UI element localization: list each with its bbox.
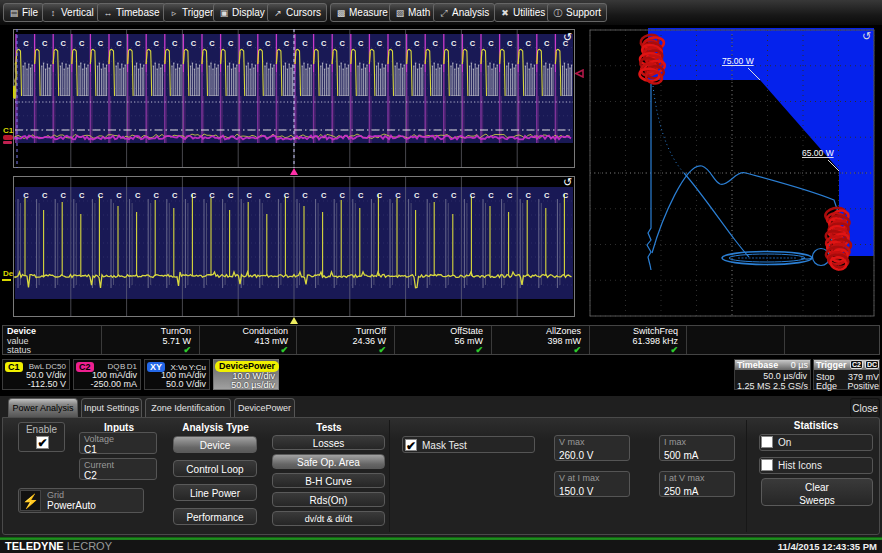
svg-text:C: C (135, 191, 141, 200)
svg-text:C: C (302, 191, 308, 200)
svg-text:C: C (377, 39, 383, 48)
svg-text:C: C (42, 39, 48, 48)
svg-text:C: C (265, 39, 271, 48)
svg-text:C: C (284, 39, 290, 48)
svg-text:C: C (79, 39, 85, 48)
svg-text:C: C (470, 39, 476, 48)
svg-text:C: C (191, 191, 197, 200)
svg-text:C: C (79, 191, 85, 200)
svg-text:C: C (302, 39, 308, 48)
svg-text:C: C (23, 191, 29, 200)
svg-text:C: C (451, 39, 457, 48)
svg-text:↺: ↺ (563, 31, 572, 43)
svg-text:65.00 W: 65.00 W (802, 148, 834, 158)
svg-text:C: C (563, 191, 569, 200)
svg-text:C: C (358, 191, 364, 200)
svg-text:C: C (246, 39, 252, 48)
svg-text:C: C (265, 191, 271, 200)
svg-text:C: C (135, 39, 141, 48)
svg-text:C: C (246, 191, 252, 200)
svg-text:C: C (153, 39, 159, 48)
svg-text:C: C (432, 191, 438, 200)
svg-text:C: C (414, 39, 420, 48)
svg-text:C: C (525, 191, 531, 200)
svg-text:C: C (228, 39, 234, 48)
svg-text:C: C (395, 191, 401, 200)
svg-text:C: C (228, 191, 234, 200)
svg-text:C: C (414, 191, 420, 200)
svg-text:C: C (451, 191, 457, 200)
svg-text:C: C (191, 39, 197, 48)
svg-text:C: C (209, 39, 215, 48)
svg-text:C: C (23, 39, 29, 48)
svg-text:75.00 W: 75.00 W (722, 56, 754, 66)
svg-text:C: C (544, 39, 550, 48)
svg-text:↺: ↺ (563, 176, 572, 188)
svg-text:C: C (358, 39, 364, 48)
svg-text:C: C (172, 39, 178, 48)
svg-text:C: C (470, 191, 476, 200)
svg-text:C: C (488, 191, 494, 200)
svg-text:C: C (321, 39, 327, 48)
svg-text:C: C (98, 191, 104, 200)
svg-text:C: C (60, 191, 66, 200)
svg-text:↺: ↺ (862, 30, 871, 42)
svg-text:C: C (339, 39, 345, 48)
svg-text:C: C (507, 191, 513, 200)
svg-text:C: C (525, 39, 531, 48)
svg-text:C: C (284, 191, 290, 200)
svg-text:C: C (153, 191, 159, 200)
svg-text:C: C (321, 191, 327, 200)
svg-text:C: C (544, 191, 550, 200)
svg-text:C: C (377, 191, 383, 200)
svg-text:C: C (209, 191, 215, 200)
svg-text:C: C (432, 39, 438, 48)
svg-text:C: C (116, 191, 122, 200)
svg-text:C: C (339, 191, 345, 200)
svg-text:C: C (488, 39, 494, 48)
svg-text:C: C (42, 191, 48, 200)
svg-text:C: C (507, 39, 513, 48)
svg-text:C: C (60, 39, 66, 48)
svg-text:C: C (172, 191, 178, 200)
svg-text:C: C (98, 39, 104, 48)
svg-text:C: C (116, 39, 122, 48)
svg-text:C: C (395, 39, 401, 48)
